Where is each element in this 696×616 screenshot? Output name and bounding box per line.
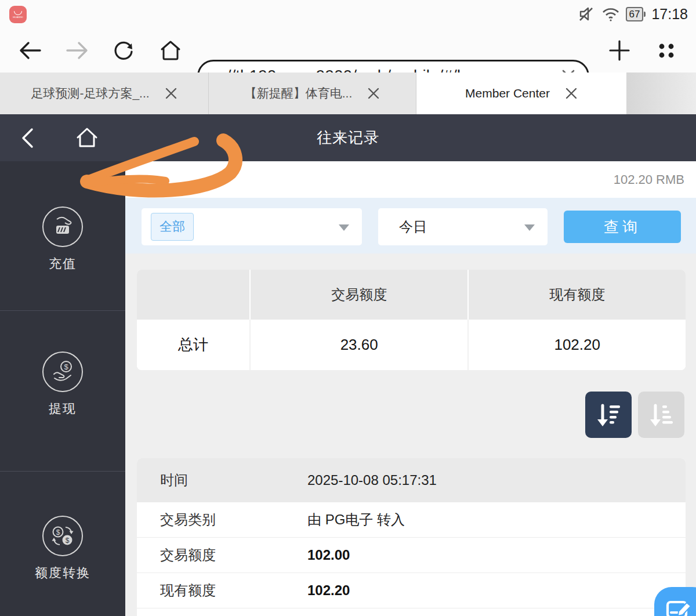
sidebar-item-label: 额度转换 bbox=[35, 564, 90, 582]
record-field-label: 现有额度 bbox=[137, 581, 307, 600]
close-tab-icon[interactable] bbox=[565, 87, 578, 100]
sort-ascending-icon bbox=[646, 400, 676, 430]
sidebar-item-recharge[interactable]: 充值 bbox=[0, 206, 125, 310]
grid-dots-icon bbox=[655, 39, 678, 62]
recharge-hand-card-icon bbox=[42, 206, 83, 247]
back-arrow-icon bbox=[21, 43, 40, 58]
home-icon bbox=[75, 126, 99, 150]
tabs-menu-button[interactable] bbox=[654, 38, 679, 63]
summary-header-row: 交易额度 现有额度 bbox=[137, 270, 686, 320]
record-clipped-row bbox=[137, 608, 686, 616]
summary-table: 交易额度 现有额度 总计 23.60 102.20 bbox=[137, 270, 686, 370]
tab-strip-empty bbox=[626, 73, 696, 114]
summary-header-empty bbox=[137, 270, 249, 320]
tab-football-prediction[interactable]: 足球预测-足球方案_... bbox=[0, 73, 209, 114]
refresh-icon bbox=[115, 42, 132, 59]
wifi-icon bbox=[601, 5, 620, 23]
record-trade-amount-value: 102.00 bbox=[307, 547, 350, 563]
record-balance-row: 现有额度 102.20 bbox=[137, 572, 686, 608]
balance-strip: 102.20 RMB bbox=[125, 161, 696, 198]
close-tab-icon[interactable] bbox=[165, 87, 177, 100]
record-time-value: 2025-10-08 05:17:31 bbox=[307, 472, 437, 488]
browser-back-button[interactable] bbox=[17, 38, 43, 63]
sort-descending-icon bbox=[593, 400, 624, 430]
edit-icon bbox=[666, 599, 693, 616]
browser-refresh-button[interactable] bbox=[111, 38, 136, 63]
app-home-button[interactable] bbox=[67, 114, 107, 161]
record-category-value: 由 PG电子 转入 bbox=[307, 510, 405, 529]
svg-text:$: $ bbox=[56, 528, 60, 537]
browser-forward-button[interactable] bbox=[64, 38, 90, 63]
date-range-value: 今日 bbox=[399, 218, 427, 236]
chevron-down-icon bbox=[339, 224, 349, 231]
svg-text:$: $ bbox=[66, 537, 70, 545]
sidebar-item-label: 提现 bbox=[49, 400, 77, 418]
category-select[interactable]: 全部 bbox=[142, 208, 362, 245]
total-current-balance: 102.20 bbox=[467, 320, 686, 370]
chevron-down-icon bbox=[524, 224, 535, 231]
sort-descending-button[interactable] bbox=[585, 392, 632, 438]
app-badge-label: HUAWEI bbox=[13, 16, 23, 19]
sidebar: 充值 $ 提现 $ $ bbox=[0, 161, 125, 616]
sort-ascending-button[interactable] bbox=[638, 392, 684, 438]
battery-percent: 67 bbox=[626, 7, 644, 21]
browser-toolbar: s://tb190.com:9900/web/mobile/#/home bbox=[0, 28, 696, 73]
account-balance: 102.20 RMB bbox=[614, 172, 684, 187]
record-trade-amount-row: 交易额度 102.00 bbox=[137, 537, 686, 572]
tab-sports-alert[interactable]: 【新提醒】体育电... bbox=[209, 73, 416, 114]
sidebar-item-withdraw[interactable]: $ 提现 bbox=[0, 310, 125, 471]
summary-header-current-balance: 现有额度 bbox=[467, 270, 686, 320]
tab-member-center[interactable]: Member Center bbox=[416, 73, 626, 114]
chevron-left-icon bbox=[20, 126, 35, 150]
sidebar-item-label: 充值 bbox=[49, 255, 77, 273]
svg-text:$: $ bbox=[64, 363, 68, 371]
browser-home-button[interactable] bbox=[158, 38, 183, 63]
date-range-select[interactable]: 今日 bbox=[378, 208, 548, 245]
transaction-record-card[interactable]: 时间 2025-10-08 05:17:31 交易类别 由 PG电子 转入 交易… bbox=[137, 458, 686, 616]
app-back-button[interactable] bbox=[7, 114, 48, 161]
compose-fab-button[interactable] bbox=[654, 587, 696, 616]
clock-time: 17:18 bbox=[651, 6, 688, 23]
record-field-label: 交易额度 bbox=[137, 546, 307, 564]
exchange-coins-icon: $ $ bbox=[42, 516, 83, 556]
query-button[interactable]: 查询 bbox=[564, 211, 681, 243]
record-category-row: 交易类别 由 PG电子 转入 bbox=[137, 502, 686, 537]
new-tab-button[interactable] bbox=[607, 38, 632, 63]
tab-strip: 足球预测-足球方案_... 【新提醒】体育电... Member Center bbox=[0, 73, 696, 114]
filter-bar: 全部 今日 查询 bbox=[125, 198, 696, 253]
screen: HUAWEI 67 17:18 bbox=[0, 0, 696, 616]
app-header: 往来记录 bbox=[0, 114, 696, 161]
plus-icon bbox=[610, 41, 629, 60]
record-field-label: 时间 bbox=[137, 471, 307, 490]
home-icon bbox=[162, 42, 179, 59]
category-selected-chip: 全部 bbox=[151, 213, 194, 241]
tab-label: 【新提醒】体育电... bbox=[245, 85, 353, 102]
record-time-row: 时间 2025-10-08 05:17:31 bbox=[137, 458, 686, 502]
record-field-label: 交易类别 bbox=[137, 510, 307, 529]
total-trade-amount: 23.60 bbox=[249, 320, 468, 370]
record-balance-value: 102.20 bbox=[307, 582, 350, 599]
mute-icon bbox=[578, 5, 596, 23]
summary-header-trade-amount: 交易额度 bbox=[249, 270, 468, 320]
tab-label: 足球预测-足球方案_... bbox=[31, 85, 149, 102]
smile-arc bbox=[14, 11, 22, 15]
close-tab-icon[interactable] bbox=[367, 87, 380, 100]
tab-label: Member Center bbox=[465, 86, 550, 100]
huawei-appgallery-icon[interactable]: HUAWEI bbox=[9, 6, 27, 23]
forward-arrow-icon bbox=[67, 43, 86, 58]
total-label: 总计 bbox=[137, 320, 249, 370]
status-bar: HUAWEI 67 17:18 bbox=[0, 0, 696, 28]
sidebar-item-quota-transfer[interactable]: $ $ 额度转换 bbox=[0, 471, 125, 616]
withdraw-hand-coin-icon: $ bbox=[42, 352, 83, 392]
battery-icon: 67 bbox=[626, 7, 646, 21]
summary-total-row: 总计 23.60 102.20 bbox=[137, 320, 686, 370]
